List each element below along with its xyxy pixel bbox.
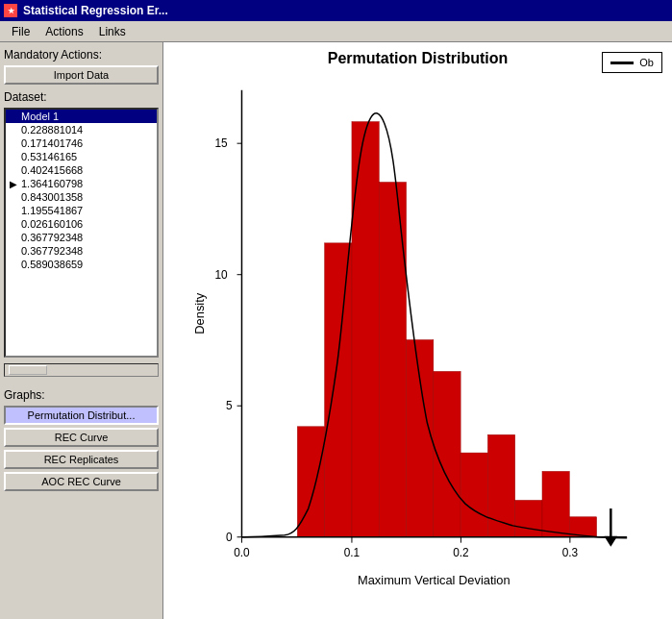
dataset-label: Dataset:	[4, 90, 159, 104]
main-container: Mandatory Actions: Import Data Dataset: …	[0, 42, 672, 619]
right-panel: Permutation Distribution Ob	[163, 42, 672, 619]
chart-title: Permutation Distribution	[171, 50, 664, 67]
dataset-row[interactable]: 0.402415668	[6, 163, 157, 177]
bar-7	[460, 453, 487, 537]
graph-button-1[interactable]: REC Curve	[4, 428, 159, 447]
x-label-0.3: 0.3	[562, 546, 579, 559]
dataset-row[interactable]: 0.589038659	[6, 258, 157, 271]
window-title: Statistical Regression Er...	[23, 4, 168, 17]
title-bar: ★ Statistical Regression Er...	[0, 0, 672, 21]
dataset-row[interactable]: 1.195541867	[6, 204, 157, 217]
dataset-row[interactable]: 0.171401746	[6, 136, 157, 150]
scrollbar-thumb[interactable]	[9, 365, 47, 375]
dataset-row[interactable]: 0.367792348	[6, 244, 157, 258]
graph-button-2[interactable]: REC Replicates	[4, 450, 159, 469]
menu-actions[interactable]: Actions	[37, 23, 90, 40]
y-axis-label: Density	[192, 292, 207, 334]
dataset-row[interactable]: 0.843001358	[6, 190, 157, 204]
graphs-section: Graphs: Permutation Distribut...REC Curv…	[4, 386, 159, 491]
legend-line	[610, 62, 634, 64]
bar-2	[325, 243, 352, 537]
import-data-button[interactable]: Import Data	[4, 65, 159, 85]
chart-area: 0 5 10 15 0.0 0.1 0.2 0.3 Maximum Vert	[171, 71, 664, 604]
bar-9	[515, 500, 542, 536]
dataset-row[interactable]: 0.228881014	[6, 123, 157, 136]
graph-button-0[interactable]: Permutation Distribut...	[4, 406, 159, 425]
y-label-5: 5	[226, 399, 233, 412]
dataset-row[interactable]: 0.026160106	[6, 217, 157, 231]
dataset-row[interactable]: ▶1.364160798	[6, 177, 157, 190]
graphs-buttons: Permutation Distribut...REC CurveREC Rep…	[4, 406, 159, 491]
menu-bar: File Actions Links	[0, 21, 672, 42]
x-label-0.0: 0.0	[234, 546, 250, 559]
legend-label: Ob	[639, 57, 654, 68]
chart-legend: Ob	[602, 52, 662, 73]
mandatory-label: Mandatory Actions:	[4, 48, 159, 62]
menu-file[interactable]: File	[4, 23, 37, 40]
graphs-label: Graphs:	[4, 388, 159, 402]
app-icon: ★	[4, 4, 17, 17]
menu-links[interactable]: Links	[91, 23, 134, 40]
chart-svg: 0 5 10 15 0.0 0.1 0.2 0.3 Maximum Vert	[171, 71, 664, 604]
dataset-row[interactable]: 0.53146165	[6, 150, 157, 163]
dataset-listbox[interactable]: Model 10.2288810140.1714017460.531461650…	[4, 108, 159, 358]
observed-arrow-head	[604, 536, 617, 547]
x-label-0.2: 0.2	[453, 546, 469, 559]
bar-10	[542, 471, 569, 536]
bar-5	[407, 340, 434, 537]
dataset-row[interactable]: Model 1	[6, 110, 157, 123]
dataset-row[interactable]: 0.367792348	[6, 231, 157, 244]
y-label-0: 0	[226, 531, 233, 544]
dataset-scrollbar[interactable]	[4, 363, 159, 377]
y-label-15: 15	[214, 136, 228, 150]
left-panel: Mandatory Actions: Import Data Dataset: …	[0, 42, 163, 619]
graph-button-3[interactable]: AOC REC Curve	[4, 472, 159, 491]
y-label-10: 10	[214, 268, 228, 282]
x-label-0.1: 0.1	[344, 546, 361, 559]
x-axis-label: Maximum Vertical Deviation	[358, 573, 510, 587]
